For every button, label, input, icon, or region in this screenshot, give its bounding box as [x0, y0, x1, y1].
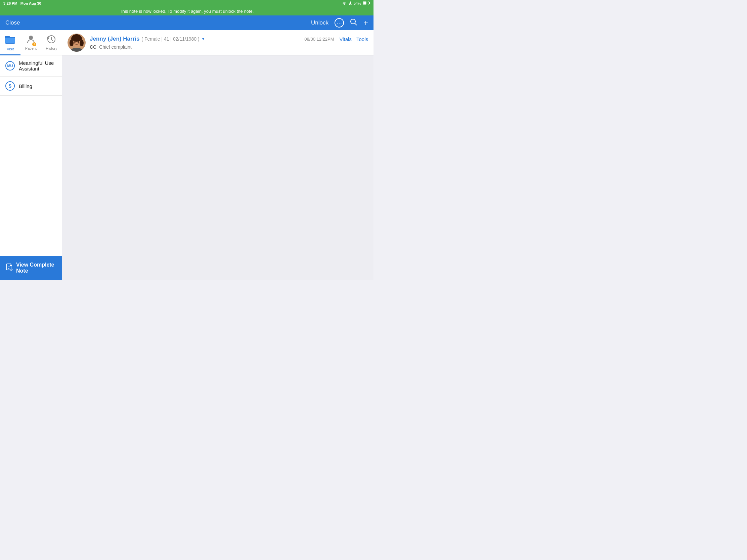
status-icons: 54%: [342, 1, 370, 6]
unlock-button[interactable]: Unlock: [311, 20, 329, 26]
cc-input[interactable]: [99, 44, 368, 50]
content-area: Jenny (Jen) Harris ( Female | 41 | 02/11…: [62, 30, 374, 280]
vitals-tools: Vitals Tools: [340, 36, 368, 42]
history-clock-icon: [47, 35, 56, 46]
nav-bar: Close Unlock ⋯ +: [0, 16, 374, 30]
tab-patient-label: Patient: [25, 46, 36, 50]
visit-folder-icon: [5, 35, 16, 46]
nav-left: Close: [5, 20, 20, 26]
more-icon: ⋯: [337, 20, 342, 26]
notification-message: This note is now locked. To modify it ag…: [120, 9, 254, 14]
sidebar-menu: MU Meaningful Use Assistant $ Billing: [0, 55, 62, 256]
meaningful-use-icon: MU: [5, 61, 15, 71]
svg-rect-2: [363, 2, 366, 5]
patient-chevron-icon[interactable]: ▾: [202, 36, 204, 41]
tab-history-label: History: [46, 46, 57, 50]
tab-visit[interactable]: Visit: [0, 33, 21, 55]
main-layout: Visit ! Patient: [0, 30, 374, 280]
more-button[interactable]: ⋯: [335, 18, 344, 28]
tab-patient[interactable]: ! Patient: [21, 33, 41, 55]
signal-icon: [349, 1, 352, 6]
sidebar-tabs: Visit ! Patient: [0, 30, 62, 55]
sidebar: Visit ! Patient: [0, 30, 62, 280]
tools-link[interactable]: Tools: [356, 36, 368, 42]
svg-rect-8: [5, 37, 15, 43]
svg-rect-3: [369, 2, 370, 4]
tab-visit-label: Visit: [7, 47, 14, 51]
battery-icon: [363, 1, 370, 6]
svg-point-19: [72, 35, 81, 42]
close-button[interactable]: Close: [5, 20, 20, 26]
battery-text: 54%: [354, 1, 361, 5]
svg-line-5: [355, 23, 357, 25]
notification-bar: This note is now locked. To modify it ag…: [0, 7, 374, 16]
patient-avatar: [68, 33, 86, 52]
time: 3:26 PM: [3, 1, 18, 5]
date: Mon Aug 30: [21, 1, 41, 5]
patient-details: ( Female | 41 | 02/11/1980 ): [141, 36, 199, 42]
svg-point-4: [351, 19, 355, 24]
patient-header: Jenny (Jen) Harris ( Female | 41 | 02/11…: [62, 30, 374, 55]
menu-item-billing[interactable]: $ Billing: [0, 77, 62, 96]
note-icon: [5, 264, 13, 272]
search-button[interactable]: [350, 19, 357, 28]
svg-point-17: [70, 39, 74, 46]
visit-datetime: 08/30 12:22PM: [304, 36, 334, 42]
vitals-link[interactable]: Vitals: [340, 36, 352, 42]
time-date: 3:26 PM Mon Aug 30: [3, 1, 41, 5]
add-button[interactable]: +: [363, 18, 368, 28]
svg-point-21: [78, 41, 79, 43]
tab-history[interactable]: History: [41, 33, 62, 55]
warning-badge: !: [32, 42, 36, 46]
view-complete-note-button[interactable]: View Complete Note: [0, 256, 62, 280]
nav-right: Unlock ⋯ +: [311, 18, 368, 28]
svg-marker-0: [349, 1, 352, 5]
svg-point-9: [29, 35, 33, 39]
svg-point-20: [74, 41, 76, 43]
patient-person-icon: !: [27, 35, 35, 46]
content-body: [62, 55, 374, 280]
view-complete-note-label: View Complete Note: [16, 262, 56, 274]
billing-label: Billing: [19, 83, 32, 89]
patient-name-row: Jenny (Jen) Harris ( Female | 41 | 02/11…: [90, 35, 368, 42]
meaningful-use-label: Meaningful Use Assistant: [19, 60, 56, 72]
patient-name-details: Jenny (Jen) Harris ( Female | 41 | 02/11…: [90, 35, 204, 42]
svg-point-18: [80, 39, 84, 46]
cc-row: CC: [90, 44, 368, 50]
wifi-icon: [342, 1, 347, 6]
billing-icon: $: [5, 81, 15, 91]
patient-name: Jenny (Jen) Harris: [90, 35, 139, 42]
cc-label: CC: [90, 44, 96, 50]
status-bar: 3:26 PM Mon Aug 30 54%: [0, 0, 374, 7]
patient-info: Jenny (Jen) Harris ( Female | 41 | 02/11…: [90, 35, 368, 50]
menu-item-meaningful-use[interactable]: MU Meaningful Use Assistant: [0, 55, 62, 77]
